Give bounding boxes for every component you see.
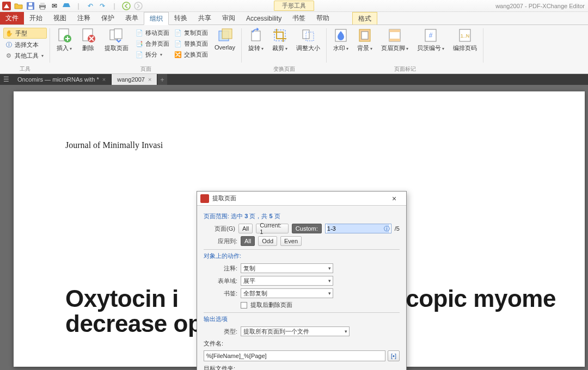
document-tab-bar: ☰ Oncomirs — microRNAs with *× wang2007×… — [0, 74, 588, 85]
menu-convert[interactable]: 转换 — [169, 12, 193, 24]
nav-back-icon[interactable] — [122, 2, 131, 10]
btn-background[interactable]: 背景 — [354, 27, 376, 53]
btn-headerfooter[interactable]: 页眉页脚 — [378, 27, 412, 53]
forms-select[interactable]: 展平 — [241, 276, 333, 286]
quick-access-toolbar: ✉ | ↶ ↷ | — [0, 2, 145, 10]
output-type-select[interactable]: 提取所有页面到一个文件 — [241, 326, 350, 336]
btn-merge-pages[interactable]: 📑合并页面 — [134, 39, 170, 48]
extract-pages-dialog: 提取页面 × 页面范围: 选中 3 页，共 5 页 页面(G) All Curr… — [197, 191, 407, 370]
pages-label: 页面(G) — [204, 225, 235, 233]
tab-list-icon[interactable]: ☰ — [0, 74, 12, 85]
tool-select-text[interactable]: Ⓘ选择文本 — [3, 40, 47, 50]
btn-watermark[interactable]: 水印 — [330, 27, 352, 53]
menu-form[interactable]: 表单 — [120, 12, 144, 24]
btn-resize[interactable]: 调整大小 — [293, 27, 323, 53]
pagenum-icon: 1..N — [457, 28, 473, 43]
menu-organize[interactable]: 组织 — [144, 12, 169, 25]
title-bar: ✉ | ↶ ↷ | 手形工具 wang2007 - PDF-XChange Ed… — [0, 0, 588, 12]
rotate-icon — [248, 28, 264, 43]
close-icon[interactable]: × — [148, 76, 151, 83]
btn-duplicate-pages[interactable]: 📄复制页面 — [173, 28, 209, 38]
pages-custom-input[interactable]: ⓘ — [325, 224, 391, 233]
overlay-icon — [217, 28, 232, 43]
btn-crop[interactable]: 裁剪 — [269, 27, 291, 53]
annotations-select[interactable]: 复制 — [241, 263, 333, 273]
svg-rect-3 — [29, 3, 32, 5]
svg-text:#: # — [429, 32, 433, 39]
duplicate-icon: 📄 — [174, 28, 182, 37]
svg-point-7 — [122, 2, 130, 10]
background-icon — [357, 28, 372, 43]
menu-review[interactable]: 审阅 — [217, 12, 241, 24]
menu-bookmarks[interactable]: 书签 — [287, 12, 311, 24]
group-label-marks: 页面标记 — [330, 65, 480, 73]
contextual-tool-label: 手形工具 — [274, 1, 314, 11]
svg-text:1..N: 1..N — [461, 33, 470, 39]
email-icon[interactable]: ✉ — [50, 2, 59, 10]
menu-bar: 文件 开始 视图 注释 保护 表单 组织 转换 共享 审阅 Accessibil… — [0, 12, 588, 25]
gear-icon: ⚙ — [4, 51, 13, 60]
menu-format-context[interactable]: 格式 — [352, 12, 377, 24]
nav-fwd-icon[interactable] — [134, 2, 143, 10]
app-icon — [2, 2, 11, 10]
doc-tab-1[interactable]: wang2007× — [112, 74, 157, 85]
svg-rect-6 — [40, 7, 45, 9]
save-icon[interactable] — [26, 2, 35, 10]
filename-input[interactable]: %[FileName]_%[Page] — [204, 350, 385, 361]
svg-rect-26 — [389, 39, 400, 41]
dialog-close-button[interactable]: × — [385, 194, 403, 203]
svg-rect-2 — [28, 7, 33, 9]
menu-home[interactable]: 开始 — [24, 12, 48, 24]
tool-other[interactable]: ⚙其他工具▾ — [3, 51, 47, 60]
doc-tab-0[interactable]: Oncomirs — microRNAs with *× — [12, 74, 112, 85]
undo-icon[interactable]: ↶ — [86, 2, 95, 10]
menu-accessibility[interactable]: Accessibility — [241, 12, 287, 24]
close-icon[interactable]: × — [102, 76, 106, 83]
pages-custom-button[interactable]: Custom: — [292, 224, 322, 233]
svg-rect-25 — [389, 29, 400, 32]
dialog-title: 提取页面 — [212, 194, 236, 202]
menu-help[interactable]: 帮助 — [311, 12, 335, 24]
btn-split[interactable]: 📄拆分▾ — [134, 50, 170, 59]
bookmarks-select[interactable]: 全部复制 — [241, 288, 333, 298]
open-icon[interactable] — [14, 2, 23, 10]
pages-all-button[interactable]: All — [238, 224, 253, 233]
btn-move-pages[interactable]: 📄移动页面 — [134, 28, 170, 38]
btn-bates[interactable]: #贝茨编号 — [414, 27, 448, 53]
tool-hand[interactable]: ✋手型 — [3, 28, 47, 39]
new-tab-button[interactable]: ＋ — [157, 74, 167, 85]
target-label: 目标文件夹: — [204, 365, 400, 370]
menu-file[interactable]: 文件 — [0, 12, 24, 24]
btn-extract[interactable]: 提取页面 — [101, 27, 132, 53]
btn-overlay[interactable]: Overlay — [211, 27, 238, 52]
actions-title: 对象上的动作: — [204, 252, 400, 260]
filename-label: 文件名: — [204, 340, 400, 348]
applyto-all[interactable]: All — [241, 236, 255, 246]
pages-total: /5 — [395, 225, 400, 232]
btn-delete[interactable]: 删除 — [77, 27, 99, 53]
svg-rect-17 — [252, 31, 260, 41]
btn-replace-pages[interactable]: 📄替换页面 — [173, 39, 209, 48]
filename-macro-button[interactable]: [•] — [388, 350, 400, 361]
redo-icon[interactable]: ↷ — [98, 2, 107, 10]
menu-share[interactable]: 共享 — [193, 12, 217, 24]
menu-comment[interactable]: 注释 — [72, 12, 96, 24]
menu-protect[interactable]: 保护 — [96, 12, 120, 24]
delete-after-checkbox[interactable] — [241, 302, 247, 309]
print-icon[interactable] — [38, 2, 47, 10]
applyto-odd[interactable]: Odd — [258, 236, 277, 246]
btn-rotate[interactable]: 旋转 — [245, 27, 267, 53]
scan-icon[interactable] — [62, 2, 71, 10]
btn-insert[interactable]: 插入 — [53, 27, 75, 53]
app-icon — [200, 194, 209, 203]
document-area: Journal of Minimally Invasi Oxytocin i s… — [0, 85, 588, 370]
btn-swap-pages[interactable]: 🔀交换页面 — [173, 50, 209, 59]
pages-current-button[interactable]: Current: 1 — [256, 224, 289, 233]
insert-page-icon — [57, 28, 72, 43]
headerfooter-icon — [387, 28, 402, 43]
dialog-titlebar[interactable]: 提取页面 × — [197, 192, 406, 206]
menu-view[interactable]: 视图 — [48, 12, 72, 24]
btn-pagenumbers[interactable]: 1..N编排页码 — [450, 27, 480, 53]
applyto-even[interactable]: Even — [280, 236, 302, 246]
info-icon[interactable]: ⓘ — [384, 225, 390, 233]
